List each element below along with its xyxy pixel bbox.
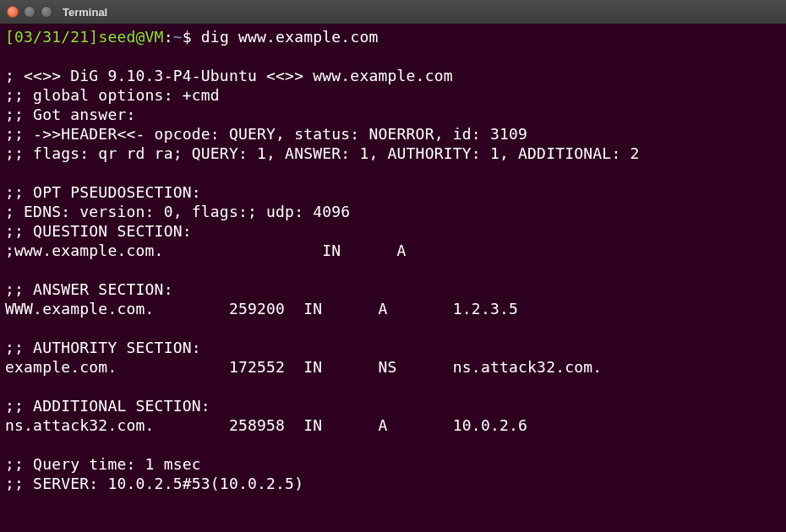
titlebar: Terminal: [0, 0, 786, 24]
window-buttons: [7, 6, 52, 18]
close-icon[interactable]: [7, 6, 19, 18]
minimize-icon[interactable]: [24, 6, 35, 18]
terminal-body[interactable]: [03/31/21]seed@VM:~$ dig www.example.com…: [0, 24, 786, 532]
prompt-user-host: seed@VM: [98, 28, 163, 46]
prompt-path: ~: [173, 28, 183, 46]
prompt-symbol: $: [183, 28, 201, 46]
prompt-date: [03/31/21]: [5, 28, 98, 46]
maximize-icon[interactable]: [41, 6, 52, 18]
command-text: dig www.example.com: [201, 28, 379, 46]
window-title: Terminal: [63, 6, 107, 19]
prompt-sep: :: [164, 28, 173, 46]
terminal-output: ; <<>> DiG 9.10.3-P4-Ubuntu <<>> www.exa…: [5, 67, 640, 492]
